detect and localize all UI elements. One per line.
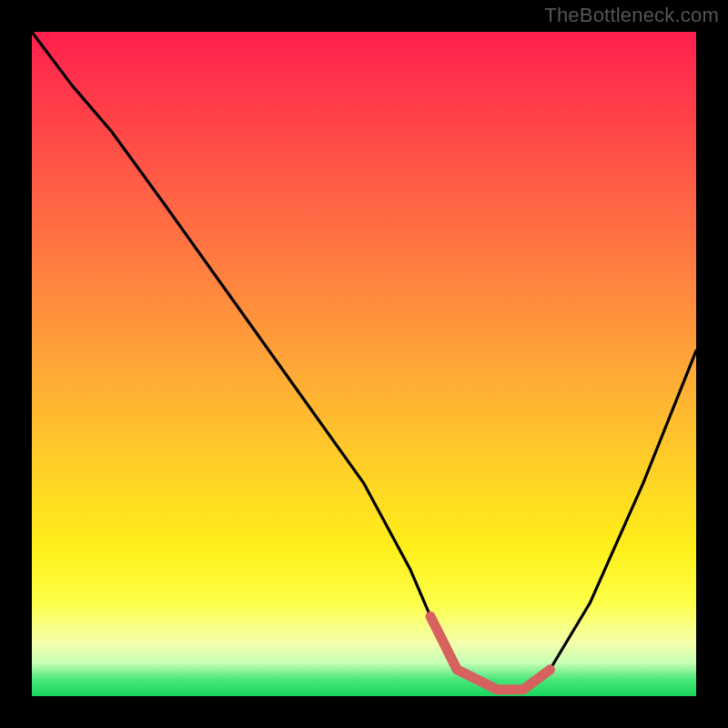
plot-area <box>32 32 696 696</box>
attribution-text: TheBottleneck.com <box>544 4 719 27</box>
chart-frame: TheBottleneck.com <box>0 0 728 728</box>
trough-highlight <box>430 616 550 689</box>
curve-svg <box>32 32 696 696</box>
main-curve <box>32 32 696 690</box>
